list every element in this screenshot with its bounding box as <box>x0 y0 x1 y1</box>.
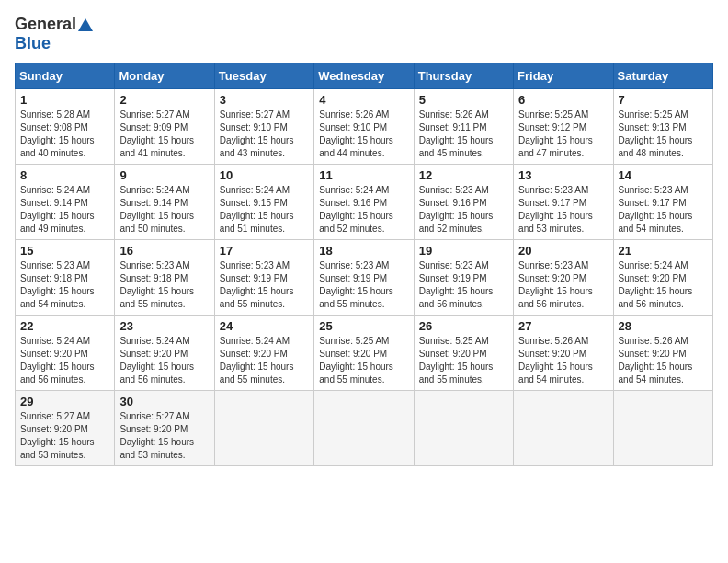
day-number: 5 <box>419 93 508 107</box>
calendar-cell: 30Sunrise: 5:27 AMSunset: 9:20 PMDayligh… <box>115 391 214 466</box>
day-info: Sunrise: 5:25 AMSunset: 9:20 PMDaylight:… <box>319 335 408 386</box>
day-number: 3 <box>220 93 309 107</box>
day-info: Sunrise: 5:27 AMSunset: 9:20 PMDaylight:… <box>119 410 209 462</box>
calendar-cell: 26Sunrise: 5:25 AMSunset: 9:20 PMDayligh… <box>414 316 513 391</box>
day-number: 18 <box>319 244 408 258</box>
weekday-header-monday: Monday <box>115 63 214 89</box>
calendar-cell: 2Sunrise: 5:27 AMSunset: 9:09 PMDaylight… <box>115 89 214 165</box>
day-number: 7 <box>619 93 708 107</box>
day-info: Sunrise: 5:23 AMSunset: 9:18 PMDaylight:… <box>20 259 109 311</box>
calendar-cell <box>314 391 414 466</box>
day-number: 8 <box>20 168 109 182</box>
calendar-cell <box>514 391 613 466</box>
day-number: 4 <box>319 93 408 107</box>
calendar-cell: 13Sunrise: 5:23 AMSunset: 9:17 PMDayligh… <box>514 165 613 240</box>
calendar-cell: 18Sunrise: 5:23 AMSunset: 9:19 PMDayligh… <box>314 240 414 316</box>
logo-blue-text: Blue <box>15 34 51 53</box>
day-number: 28 <box>619 319 708 333</box>
day-info: Sunrise: 5:27 AMSunset: 9:20 PMDaylight:… <box>20 410 109 462</box>
calendar-week-row: 22Sunrise: 5:24 AMSunset: 9:20 PMDayligh… <box>16 316 713 391</box>
calendar-week-row: 15Sunrise: 5:23 AMSunset: 9:18 PMDayligh… <box>16 240 713 316</box>
day-info: Sunrise: 5:26 AMSunset: 9:20 PMDaylight:… <box>518 335 608 386</box>
calendar-cell: 22Sunrise: 5:24 AMSunset: 9:20 PMDayligh… <box>16 316 115 391</box>
day-info: Sunrise: 5:24 AMSunset: 9:15 PMDaylight:… <box>220 184 309 236</box>
calendar-cell: 6Sunrise: 5:25 AMSunset: 9:12 PMDaylight… <box>514 89 613 165</box>
day-info: Sunrise: 5:24 AMSunset: 9:20 PMDaylight:… <box>20 335 109 386</box>
day-info: Sunrise: 5:23 AMSunset: 9:17 PMDaylight:… <box>518 184 608 236</box>
weekday-header-thursday: Thursday <box>414 63 513 89</box>
day-info: Sunrise: 5:23 AMSunset: 9:20 PMDaylight:… <box>518 259 608 311</box>
day-number: 2 <box>119 93 209 107</box>
day-number: 19 <box>419 244 508 258</box>
day-number: 13 <box>518 168 608 182</box>
calendar-cell: 4Sunrise: 5:26 AMSunset: 9:10 PMDaylight… <box>314 89 414 165</box>
day-number: 26 <box>419 319 508 333</box>
calendar-cell: 5Sunrise: 5:26 AMSunset: 9:11 PMDaylight… <box>414 89 513 165</box>
day-info: Sunrise: 5:25 AMSunset: 9:13 PMDaylight:… <box>619 109 708 160</box>
day-info: Sunrise: 5:24 AMSunset: 9:20 PMDaylight:… <box>220 335 309 386</box>
calendar-week-row: 8Sunrise: 5:24 AMSunset: 9:14 PMDaylight… <box>16 165 713 240</box>
calendar-cell: 21Sunrise: 5:24 AMSunset: 9:20 PMDayligh… <box>613 240 712 316</box>
calendar: SundayMondayTuesdayWednesdayThursdayFrid… <box>15 63 713 466</box>
day-info: Sunrise: 5:24 AMSunset: 9:20 PMDaylight:… <box>619 259 708 311</box>
calendar-cell <box>613 391 712 466</box>
day-info: Sunrise: 5:25 AMSunset: 9:12 PMDaylight:… <box>518 109 608 160</box>
calendar-cell: 8Sunrise: 5:24 AMSunset: 9:14 PMDaylight… <box>16 165 115 240</box>
weekday-header-tuesday: Tuesday <box>214 63 313 89</box>
weekday-header-friday: Friday <box>514 63 613 89</box>
calendar-cell: 14Sunrise: 5:23 AMSunset: 9:17 PMDayligh… <box>613 165 712 240</box>
calendar-cell: 12Sunrise: 5:23 AMSunset: 9:16 PMDayligh… <box>414 165 513 240</box>
day-number: 23 <box>119 319 209 333</box>
day-number: 9 <box>119 168 209 182</box>
calendar-cell <box>414 391 513 466</box>
day-info: Sunrise: 5:27 AMSunset: 9:09 PMDaylight:… <box>119 109 209 160</box>
day-info: Sunrise: 5:25 AMSunset: 9:20 PMDaylight:… <box>419 335 508 386</box>
header: General Blue <box>15 15 713 53</box>
calendar-week-row: 29Sunrise: 5:27 AMSunset: 9:20 PMDayligh… <box>16 391 713 466</box>
day-number: 11 <box>319 168 408 182</box>
calendar-cell: 16Sunrise: 5:23 AMSunset: 9:18 PMDayligh… <box>115 240 214 316</box>
calendar-cell: 23Sunrise: 5:24 AMSunset: 9:20 PMDayligh… <box>115 316 214 391</box>
calendar-cell: 19Sunrise: 5:23 AMSunset: 9:19 PMDayligh… <box>414 240 513 316</box>
day-info: Sunrise: 5:23 AMSunset: 9:19 PMDaylight:… <box>319 259 408 311</box>
day-number: 22 <box>20 319 109 333</box>
day-info: Sunrise: 5:23 AMSunset: 9:19 PMDaylight:… <box>419 259 508 311</box>
weekday-header-row: SundayMondayTuesdayWednesdayThursdayFrid… <box>16 63 713 89</box>
day-info: Sunrise: 5:28 AMSunset: 9:08 PMDaylight:… <box>20 109 109 160</box>
calendar-cell: 25Sunrise: 5:25 AMSunset: 9:20 PMDayligh… <box>314 316 414 391</box>
logo: General Blue <box>15 15 93 53</box>
day-number: 30 <box>119 395 209 408</box>
calendar-cell: 29Sunrise: 5:27 AMSunset: 9:20 PMDayligh… <box>16 391 115 466</box>
day-info: Sunrise: 5:27 AMSunset: 9:10 PMDaylight:… <box>220 109 309 160</box>
day-info: Sunrise: 5:24 AMSunset: 9:20 PMDaylight:… <box>119 335 209 386</box>
day-info: Sunrise: 5:24 AMSunset: 9:16 PMDaylight:… <box>319 184 408 236</box>
weekday-header-wednesday: Wednesday <box>314 63 414 89</box>
calendar-cell: 20Sunrise: 5:23 AMSunset: 9:20 PMDayligh… <box>514 240 613 316</box>
calendar-cell: 10Sunrise: 5:24 AMSunset: 9:15 PMDayligh… <box>214 165 313 240</box>
day-info: Sunrise: 5:24 AMSunset: 9:14 PMDaylight:… <box>119 184 209 236</box>
day-info: Sunrise: 5:26 AMSunset: 9:20 PMDaylight:… <box>619 335 708 386</box>
day-info: Sunrise: 5:23 AMSunset: 9:16 PMDaylight:… <box>419 184 508 236</box>
day-info: Sunrise: 5:26 AMSunset: 9:11 PMDaylight:… <box>419 109 508 160</box>
day-number: 14 <box>619 168 708 182</box>
calendar-cell: 11Sunrise: 5:24 AMSunset: 9:16 PMDayligh… <box>314 165 414 240</box>
calendar-cell: 17Sunrise: 5:23 AMSunset: 9:19 PMDayligh… <box>214 240 313 316</box>
day-number: 20 <box>518 244 608 258</box>
calendar-cell: 24Sunrise: 5:24 AMSunset: 9:20 PMDayligh… <box>214 316 313 391</box>
day-info: Sunrise: 5:23 AMSunset: 9:17 PMDaylight:… <box>619 184 708 236</box>
calendar-cell: 1Sunrise: 5:28 AMSunset: 9:08 PMDaylight… <box>16 89 115 165</box>
day-info: Sunrise: 5:23 AMSunset: 9:19 PMDaylight:… <box>220 259 309 311</box>
day-number: 12 <box>419 168 508 182</box>
day-number: 24 <box>220 319 309 333</box>
logo-general-text: General <box>15 15 76 34</box>
calendar-cell: 7Sunrise: 5:25 AMSunset: 9:13 PMDaylight… <box>613 89 712 165</box>
day-number: 21 <box>619 244 708 258</box>
calendar-cell: 27Sunrise: 5:26 AMSunset: 9:20 PMDayligh… <box>514 316 613 391</box>
day-info: Sunrise: 5:23 AMSunset: 9:18 PMDaylight:… <box>119 259 209 311</box>
calendar-cell: 9Sunrise: 5:24 AMSunset: 9:14 PMDaylight… <box>115 165 214 240</box>
day-number: 27 <box>518 319 608 333</box>
weekday-header-saturday: Saturday <box>613 63 712 89</box>
logo-icon <box>78 18 93 31</box>
day-number: 15 <box>20 244 109 258</box>
day-number: 29 <box>20 395 109 408</box>
